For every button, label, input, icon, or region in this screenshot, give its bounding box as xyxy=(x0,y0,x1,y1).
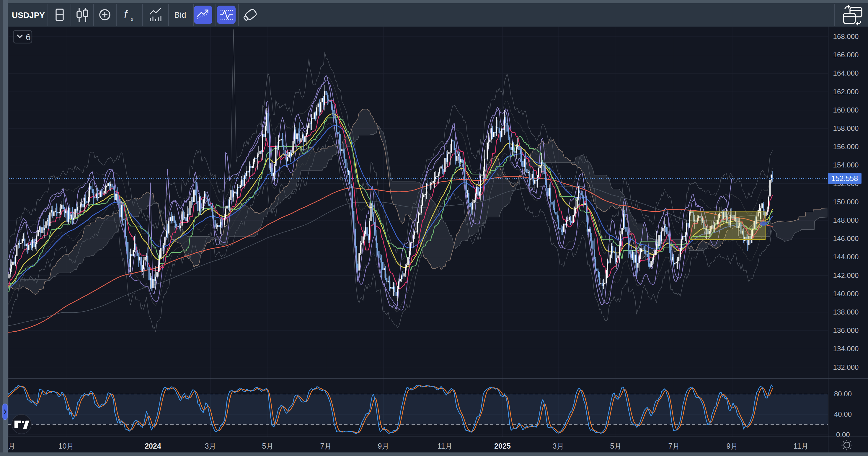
svg-text:146.000: 146.000 xyxy=(833,235,859,242)
svg-text:9月: 9月 xyxy=(726,442,738,450)
svg-text:0.00: 0.00 xyxy=(836,431,850,438)
svg-text:40.00: 40.00 xyxy=(834,410,852,418)
svg-text:136.000: 136.000 xyxy=(833,326,859,334)
svg-text:7月: 7月 xyxy=(320,442,332,450)
svg-text:2024: 2024 xyxy=(145,442,161,450)
svg-text:3月: 3月 xyxy=(205,442,216,450)
svg-text:80.00: 80.00 xyxy=(834,390,852,398)
svg-text:150.000: 150.000 xyxy=(833,198,859,206)
svg-text:USDJPY: USDJPY xyxy=(12,11,45,20)
svg-text:138.000: 138.000 xyxy=(833,308,859,316)
svg-text:166.000: 166.000 xyxy=(833,51,859,59)
svg-text:9月: 9月 xyxy=(378,442,390,450)
svg-text:6: 6 xyxy=(26,32,31,42)
svg-text:140.000: 140.000 xyxy=(833,290,859,298)
svg-text:164.000: 164.000 xyxy=(833,69,859,77)
svg-text:x: x xyxy=(130,16,134,23)
svg-text:11月: 11月 xyxy=(794,442,809,450)
svg-text:168.000: 168.000 xyxy=(833,32,859,40)
svg-text:156.000: 156.000 xyxy=(833,143,859,151)
svg-text:144.000: 144.000 xyxy=(833,253,859,261)
svg-text:月: 月 xyxy=(8,442,16,450)
svg-text:134.000: 134.000 xyxy=(833,345,859,353)
svg-text:2025: 2025 xyxy=(494,442,511,450)
svg-text:158.000: 158.000 xyxy=(833,124,859,132)
svg-text:5月: 5月 xyxy=(262,442,274,450)
svg-text:154.000: 154.000 xyxy=(833,161,859,169)
svg-text:162.000: 162.000 xyxy=(833,88,859,96)
svg-text:Bid: Bid xyxy=(174,10,186,20)
svg-text:132.000: 132.000 xyxy=(833,363,859,371)
svg-text:160.000: 160.000 xyxy=(833,106,859,114)
svg-text:142.000: 142.000 xyxy=(833,271,859,279)
svg-text:3月: 3月 xyxy=(553,442,564,450)
svg-text:11月: 11月 xyxy=(438,442,453,450)
svg-text:152.558: 152.558 xyxy=(831,174,858,183)
svg-text:10月: 10月 xyxy=(58,442,74,450)
svg-text:7月: 7月 xyxy=(669,442,680,450)
svg-text:148.000: 148.000 xyxy=(833,216,859,224)
svg-text:5月: 5月 xyxy=(610,442,622,450)
